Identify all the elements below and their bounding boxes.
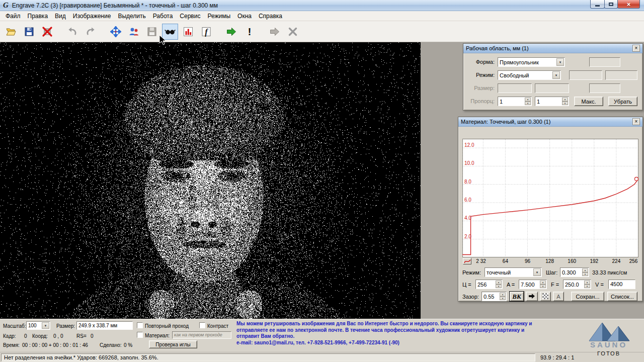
open-button[interactable]: [3, 24, 19, 40]
needle-check-button[interactable]: Проверка иглы: [149, 340, 197, 348]
material-checkbox[interactable]: [137, 332, 143, 338]
menu-item-file[interactable]: Файл: [2, 12, 24, 21]
minimize-button[interactable]: [590, 0, 605, 9]
spin-up-icon[interactable]: ▲: [582, 268, 588, 273]
f-input[interactable]: 250.0 ▲ ▼: [563, 280, 591, 289]
a-value: 7.500: [519, 282, 540, 288]
workspace-panel: Рабочая область, мм (1) × Форма: Прямоуг…: [463, 43, 643, 111]
svg-text:224: 224: [612, 258, 621, 264]
maximize-button[interactable]: [604, 0, 618, 9]
minimize-icon: [595, 5, 600, 7]
letter-a-button[interactable]: A: [553, 292, 564, 301]
spin-down-icon[interactable]: ▼: [540, 285, 546, 289]
undo-button[interactable]: [64, 24, 80, 40]
workspace-mode-select[interactable]: Свободный ▼: [498, 70, 561, 80]
preview-glasses-button[interactable]: [162, 24, 178, 40]
ratio-text: 93.9 : 29.4 : 1: [540, 354, 574, 360]
menu-item-image[interactable]: Изображение: [69, 12, 115, 21]
spinner-buttons[interactable]: ▲ ▼: [584, 281, 590, 288]
start-engraving-button[interactable]: [223, 24, 239, 40]
proportion-x-value: 1: [498, 99, 525, 105]
gap-input[interactable]: 0.55 ▲ ▼: [481, 292, 507, 301]
proportion-x-input[interactable]: 1 ▲ ▼: [498, 97, 532, 106]
people-button[interactable]: [126, 24, 142, 40]
spinner-buttons[interactable]: ▲ ▼: [496, 281, 502, 288]
spinner-buttons[interactable]: ▲ ▼: [500, 293, 506, 300]
engraving-canvas-area[interactable]: [0, 42, 421, 319]
scale-value: 100: [27, 323, 41, 328]
max-button[interactable]: Макс.: [574, 97, 603, 106]
v-value-field[interactable]: 4500: [608, 280, 635, 289]
pattern-button[interactable]: [540, 292, 551, 301]
spin-up-icon[interactable]: ▲: [584, 281, 590, 285]
menu-item-select[interactable]: Выделить: [114, 12, 149, 21]
material-mode-select[interactable]: точечный ▼: [485, 267, 542, 277]
proportion-y-input[interactable]: 1 ▲ ▼: [535, 97, 569, 106]
vk-button[interactable]: ВК: [510, 292, 524, 301]
menu-item-service[interactable]: Сервис: [176, 12, 204, 21]
delete-button[interactable]: [39, 24, 55, 40]
time-label: Время:: [3, 342, 20, 348]
a-input[interactable]: 7.500 ▲ ▼: [519, 280, 547, 289]
alert-button[interactable]: !: [242, 24, 258, 40]
histogram-button[interactable]: [180, 24, 196, 40]
spin-down-icon[interactable]: ▼: [525, 102, 531, 106]
material-mode-label: Режим:: [462, 269, 481, 276]
apply-arrow-button[interactable]: [526, 292, 538, 301]
step-input[interactable]: 0.300 ▲ ▼: [560, 267, 589, 277]
material-panel-close-button[interactable]: ×: [632, 118, 640, 125]
material-panel-titlebar[interactable]: Материал: Точечный, шаг 0.300 (1) ×: [458, 117, 642, 127]
spin-down-icon[interactable]: ▼: [584, 285, 590, 289]
workspace-panel-close-button[interactable]: ×: [632, 45, 640, 52]
spin-down-icon[interactable]: ▼: [496, 285, 502, 289]
spin-up-icon[interactable]: ▲: [496, 281, 502, 285]
doc-size-field: 249.9 x 338.7 мм: [76, 321, 133, 330]
svg-text:12.0: 12.0: [464, 142, 474, 148]
spin-up-icon[interactable]: ▲: [540, 281, 546, 285]
spinner-buttons[interactable]: ▲ ▼: [540, 281, 546, 288]
save-session-button[interactable]: [144, 24, 160, 40]
remove-button[interactable]: Убрать: [608, 97, 637, 106]
spin-down-icon[interactable]: ▼: [582, 273, 588, 277]
menu-item-help[interactable]: Справка: [255, 12, 286, 21]
spin-up-icon[interactable]: ▲: [500, 293, 506, 297]
workspace-panel-titlebar[interactable]: Рабочая область, мм (1) ×: [463, 44, 642, 53]
spin-down-icon[interactable]: ▼: [500, 297, 506, 301]
repeat-pass-checkbox[interactable]: [137, 322, 143, 328]
contrast-checkbox[interactable]: [199, 322, 205, 328]
menu-item-windows[interactable]: Окна: [234, 12, 255, 21]
redo-button[interactable]: [83, 24, 99, 40]
menu-item-work[interactable]: Работа: [149, 12, 177, 21]
curve-icon: [464, 259, 471, 264]
sauno-logo: SAUNO ГОТОВ: [578, 320, 640, 362]
spinner-buttons[interactable]: ▲ ▼: [582, 268, 588, 276]
done-label: Сделано:: [100, 342, 122, 348]
info-f-button[interactable]: f: [198, 24, 214, 40]
toolbar-separator: [101, 31, 106, 32]
spin-up-icon[interactable]: ▲: [562, 98, 568, 102]
menu-item-modes[interactable]: Режимы: [204, 12, 234, 21]
chevron-down-icon: ▼: [533, 268, 541, 276]
save-material-button[interactable]: Сохран...: [571, 292, 604, 301]
move-button[interactable]: [108, 24, 124, 40]
curve-mode-button[interactable]: [463, 258, 471, 264]
form-select[interactable]: Прямоугольник ▼: [498, 57, 565, 67]
save-button[interactable]: [21, 24, 37, 40]
spinner-buttons[interactable]: ▲ ▼: [525, 98, 531, 105]
spinner-buttons[interactable]: ▲ ▼: [562, 98, 568, 105]
cancel-button[interactable]: [285, 24, 301, 40]
c-input[interactable]: 256 ▲ ▼: [475, 280, 503, 289]
workspace-mode-label: Режим:: [465, 72, 495, 78]
spin-up-icon[interactable]: ▲: [525, 98, 531, 102]
close-window-button[interactable]: ×: [617, 0, 640, 9]
start-icon: [226, 26, 237, 37]
close-icon: ×: [635, 119, 638, 124]
maximize-icon: [609, 3, 613, 6]
send-button[interactable]: [267, 24, 283, 40]
scale-select[interactable]: 100 ▼: [26, 321, 50, 330]
spin-down-icon[interactable]: ▼: [562, 102, 568, 106]
power-curve-chart[interactable]: 2.04.06.08.010.012.023264961281601922242…: [462, 139, 639, 264]
menu-item-edit[interactable]: Правка: [24, 12, 52, 21]
menu-item-view[interactable]: Вид: [51, 12, 69, 21]
material-list-button[interactable]: Список...: [607, 292, 637, 301]
